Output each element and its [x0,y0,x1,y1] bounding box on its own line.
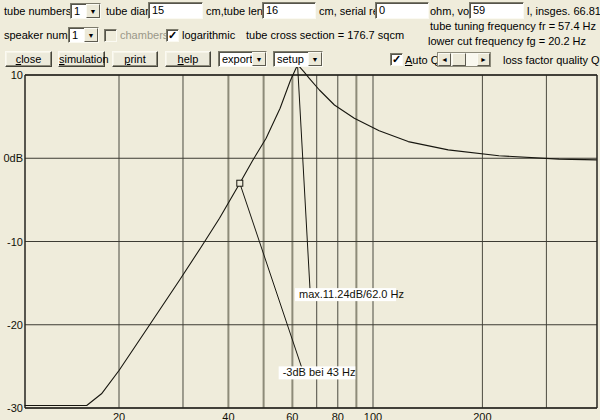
print-button[interactable]: print [112,51,158,67]
tube-diameter-input[interactable]: 15 [148,2,203,19]
y-axis-tick-label: -30 [7,402,23,414]
y-axis-tick-label: -10 [7,236,23,248]
annotation-label: max.11.24dB/62.0 Hz [299,288,404,300]
auto-qi-checkbox[interactable]: ✓ [390,53,403,66]
qi-scrollbar[interactable]: ◄ ► [437,52,491,67]
logarithmic-checkbox[interactable]: ✓ [166,29,179,42]
qi-scrollbar-thumb[interactable] [452,53,466,66]
scroll-right-icon[interactable]: ► [477,53,490,66]
x-axis-tick-label: 60 [286,411,298,420]
volume-input[interactable]: 59 [469,2,524,19]
y-axis-tick-label: 0dB [3,152,23,164]
tuning-frequency-label: tube tuning frequency fr = 57.4 Hz [430,18,596,34]
chevron-down-icon[interactable]: ▼ [84,28,98,42]
scroll-left-icon[interactable]: ◄ [438,53,451,66]
loss-factor-label: loss factor quality QI = 8 [503,52,600,68]
tube-numbers-select[interactable]: 1 ▼ [70,3,101,19]
speaker-numbers-value: 1 [72,29,78,42]
x-axis-tick-label: 80 [332,411,344,420]
export-select[interactable]: export ▼ [218,51,267,67]
setup-select[interactable]: setup ▼ [273,51,323,67]
setup-value: setup [277,53,304,66]
serial-resistance-input[interactable]: 0 [375,2,429,19]
cross-section-label: tube cross section = 176.7 sqcm [246,27,404,43]
response-curve [25,65,597,406]
tube-numbers-label: tube numbers : [4,3,77,19]
total-volume-label: l, insges. 66.81 [527,3,600,19]
x-axis-tick-label: 200 [473,411,491,420]
help-button[interactable]: help [165,51,211,67]
cutoff-frequency-label: lower cut frequency fg = 20.2 Hz [428,33,586,49]
y-axis-tick-label: 10 [11,69,23,81]
chambers-checkbox[interactable] [104,29,117,42]
speaker-numbers-select[interactable]: 1 ▼ [68,27,99,43]
tube-length-input[interactable]: 16 [262,2,316,19]
chevron-down-icon[interactable]: ▼ [252,52,266,66]
annotation-leader-line [298,65,310,289]
chambers-label: chambers [120,27,168,43]
y-axis-tick-label: -20 [7,319,23,331]
x-axis-tick-label: 20 [113,411,125,420]
annotation-label: -3dB bei 43 Hz [283,366,356,378]
simulation-button[interactable]: simulation [58,51,105,67]
chevron-down-icon[interactable]: ▼ [86,4,100,18]
app-window: 100dB-10-20-3020406080100200max.11.24dB/… [0,0,600,420]
tube-numbers-value: 1 [74,5,80,18]
logarithmic-label: logarithmic [182,27,235,43]
minus3db-marker [237,180,243,186]
close-button[interactable]: close [5,51,52,67]
export-value: export [222,53,253,66]
chevron-down-icon[interactable]: ▼ [308,52,322,66]
x-axis-tick-label: 40 [222,411,234,420]
x-axis-tick-label: 100 [364,411,382,420]
